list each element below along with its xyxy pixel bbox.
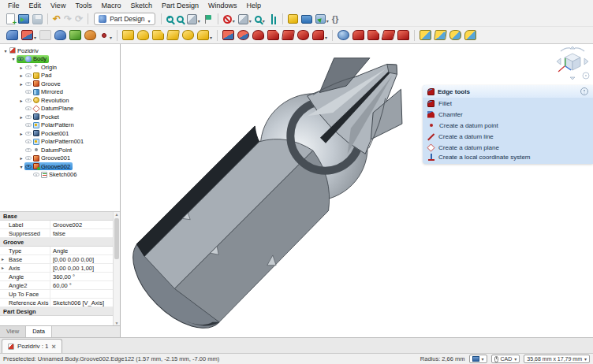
tree-item-groove[interactable]: Groove (0, 80, 120, 88)
tree-item-sketch006[interactable]: Sketch006 (0, 171, 120, 180)
fit-all-button[interactable] (165, 15, 175, 24)
navigation-cube[interactable] (554, 46, 591, 82)
expand-arrow-icon[interactable] (18, 72, 24, 78)
menu-file[interactable]: File (3, 0, 24, 12)
chamfer-button[interactable] (366, 29, 381, 41)
dependency-folder-button[interactable] (300, 14, 314, 24)
tree-item-groove002[interactable]: Groove002 (0, 162, 120, 171)
expand-arrow-icon[interactable] (18, 131, 24, 136)
create-datum-button[interactable] (98, 28, 114, 43)
create-sketch-button[interactable] (20, 28, 38, 43)
groove-button[interactable] (251, 29, 266, 41)
box-zoom-button[interactable] (175, 15, 185, 24)
tree-item-mirrored[interactable]: Mirrored (0, 88, 120, 97)
clipping-plane-button[interactable] (222, 11, 237, 27)
expand-arrow-icon[interactable] (18, 65, 24, 70)
draft-button[interactable] (381, 29, 396, 41)
edge-tool-datum-line[interactable]: Create a datum line (423, 131, 593, 142)
workbench-selector[interactable]: Part Design (94, 13, 155, 25)
close-tab-icon[interactable]: × (52, 343, 56, 351)
3d-viewport[interactable]: Edge tools Fillet Chamfer Create a datum… (121, 44, 593, 337)
subtractive-helix-button[interactable] (296, 29, 311, 41)
pocket-button[interactable] (221, 29, 236, 41)
create-body-button[interactable] (5, 29, 20, 41)
property-row-label[interactable]: LabelGroove002 (0, 221, 113, 229)
polar-pattern-button[interactable] (448, 29, 463, 41)
tree-item-pocket[interactable]: Pocket (0, 113, 120, 121)
boolean-button[interactable] (336, 29, 351, 41)
property-row-reference-axis[interactable]: Reference AxisSketch006 [V_Axis] (0, 299, 113, 307)
whats-this-button[interactable] (286, 13, 300, 24)
new-file-button[interactable] (5, 13, 17, 25)
subtractive-loft-button[interactable] (266, 29, 281, 41)
menu-macro[interactable]: Macro (96, 0, 125, 12)
tree-item-pad[interactable]: Pad (0, 72, 120, 80)
view-size-selector[interactable]: 35,68 mm x 17,79 mm (524, 355, 590, 363)
menu-view[interactable]: View (46, 0, 70, 12)
undo-button[interactable]: ↶ (51, 13, 62, 24)
revolution-button[interactable] (136, 29, 151, 41)
menu-tools[interactable]: Tools (70, 0, 96, 12)
expand-arrow-icon[interactable] (18, 155, 24, 161)
open-file-button[interactable] (17, 13, 31, 24)
tree-item-pocket001[interactable]: Pocket001 (0, 129, 120, 138)
menu-sketch[interactable]: Sketch (125, 0, 157, 12)
property-row-base[interactable]: ▸Base[0,00 0,00 0,00] (0, 255, 113, 264)
panel-pin-button[interactable] (580, 87, 588, 95)
property-row-up-to-face[interactable]: Up To Face (0, 290, 113, 299)
subtractive-pipe-button[interactable] (281, 29, 296, 41)
measure-button[interactable] (267, 13, 279, 25)
expand-arrow-icon[interactable] (18, 164, 24, 169)
additive-primitive-button[interactable] (196, 28, 214, 43)
tree-item-origin[interactable]: Origin (0, 63, 120, 72)
isometric-view-button[interactable] (185, 11, 202, 27)
additive-pipe-button[interactable] (166, 29, 181, 41)
export-button[interactable] (314, 11, 330, 27)
document-tab[interactable]: Pozidriv : 1 × (2, 339, 62, 353)
property-row-type[interactable]: TypeAngle (0, 247, 113, 255)
refresh-button[interactable]: ⟳ (73, 13, 84, 24)
property-row-axis[interactable]: ▸Axis[0,00 0,00 1,00] (0, 264, 113, 273)
selection-filter-button[interactable] (253, 11, 267, 27)
clone-button[interactable] (83, 29, 98, 41)
edge-tool-fillet[interactable]: Fillet (423, 98, 593, 109)
draw-style-button[interactable] (237, 11, 253, 27)
tree-item-datumplane[interactable]: DatumPlane (0, 105, 120, 113)
expand-arrow-icon[interactable] (18, 81, 24, 87)
scroll-up-icon[interactable]: ▲ (114, 212, 120, 217)
property-row-angle2[interactable]: Angle260,00 ° (0, 281, 113, 290)
additive-helix-button[interactable] (181, 29, 196, 41)
property-row-suppressed[interactable]: Suppressedfalse (0, 229, 113, 238)
navigation-style-selector[interactable]: CAD (491, 355, 520, 363)
edge-tool-datum-plane[interactable]: Create a datum plane (423, 142, 593, 153)
edge-tool-chamfer[interactable]: Chamfer (423, 109, 593, 120)
tree-item-polarpattern[interactable]: PolarPattern (0, 121, 120, 130)
expand-arrow-icon[interactable] (18, 114, 24, 120)
edge-tool-datum-point[interactable]: Create a datum point (423, 120, 593, 131)
menu-edit[interactable]: Edit (24, 0, 47, 12)
additive-loft-button[interactable] (151, 29, 166, 41)
thickness-button[interactable] (396, 29, 411, 41)
expand-arrow-icon[interactable]: ▸ (2, 264, 4, 272)
map-sketch-button[interactable] (53, 29, 68, 41)
edit-sketch-button[interactable] (38, 29, 53, 41)
mirrored-button[interactable] (418, 29, 433, 41)
menu-windows[interactable]: Windows (203, 0, 242, 12)
expand-arrow-icon[interactable] (18, 98, 24, 103)
subtractive-primitive-button[interactable] (311, 28, 329, 43)
shapebinder-button[interactable] (68, 29, 83, 41)
property-row-angle[interactable]: Angle360,00 ° (0, 273, 113, 281)
expand-arrow-icon[interactable] (10, 56, 17, 61)
save-button[interactable] (31, 13, 44, 25)
tree-item-revolution[interactable]: Revolution (0, 96, 120, 105)
hole-button[interactable] (236, 29, 251, 41)
linear-pattern-button[interactable] (433, 29, 448, 41)
tree-item-body[interactable]: Body (0, 55, 120, 64)
scrollbar-thumb[interactable] (114, 218, 119, 259)
color-swatch-selector[interactable] (469, 355, 487, 363)
tab-data[interactable]: Data (26, 326, 52, 337)
tree-item-groove001[interactable]: Groove001 (0, 154, 120, 163)
scroll-down-icon[interactable]: ▼ (114, 321, 120, 325)
tab-view[interactable]: View (0, 326, 26, 337)
multitransform-button[interactable] (463, 29, 478, 41)
